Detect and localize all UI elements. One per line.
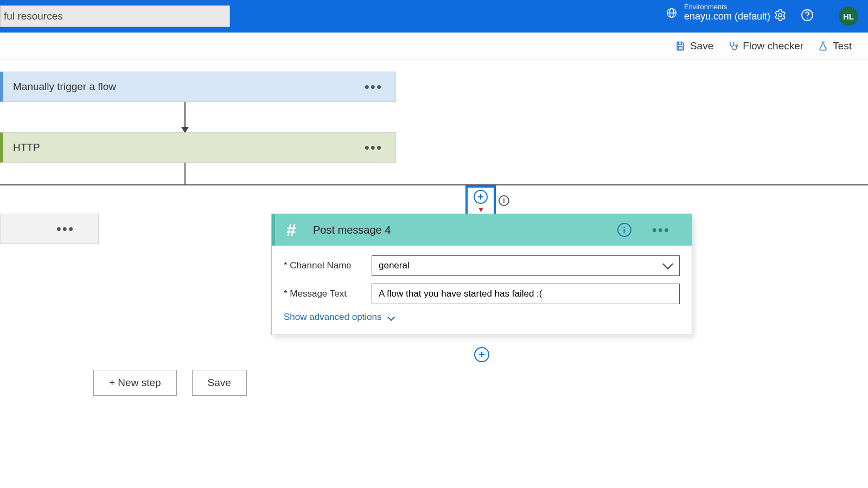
stethoscope-icon (727, 41, 738, 52)
step-trigger-title: Manually trigger a flow (13, 81, 352, 93)
chevron-down-icon (387, 313, 394, 321)
svg-point-2 (778, 14, 782, 17)
command-bar: Save Flow checker Test (0, 33, 868, 60)
ellipsis-icon[interactable]: ••• (639, 222, 683, 239)
help-icon[interactable] (801, 9, 814, 22)
chevron-down-icon (662, 259, 673, 269)
top-bar: Environments enayu.com (default) HL (0, 0, 868, 33)
channel-name-value: general (379, 260, 410, 271)
connector-line (0, 184, 868, 185)
step-collapsed[interactable]: ••• (0, 214, 99, 244)
gear-icon[interactable] (774, 9, 787, 22)
search-input[interactable] (0, 5, 230, 27)
flow-checker-label: Flow checker (743, 40, 803, 52)
environment-picker[interactable]: Environments enayu.com (default) (666, 3, 770, 22)
info-icon[interactable]: i (617, 223, 631, 237)
test-button[interactable]: Test (818, 40, 852, 52)
step-http-title: HTTP (13, 142, 352, 153)
flask-icon (818, 41, 828, 52)
svg-point-4 (807, 18, 808, 19)
svg-point-6 (736, 44, 737, 46)
step-header[interactable]: # Post message 4 i ••• (272, 214, 692, 246)
channel-name-label: Channel Name (284, 260, 372, 271)
ellipsis-icon[interactable]: ••• (352, 79, 395, 95)
slack-icon: # (277, 216, 305, 244)
channel-name-select[interactable]: general (372, 255, 680, 276)
step-post-message: # Post message 4 i ••• Channel Name gene… (271, 214, 692, 335)
connector-line (184, 163, 186, 184)
arrow-icon (184, 102, 186, 132)
environment-name: enayu.com (default) (684, 11, 770, 22)
step-trigger[interactable]: Manually trigger a flow ••• (0, 72, 396, 102)
flow-checker-button[interactable]: Flow checker (727, 40, 803, 52)
add-step-button[interactable]: + (474, 347, 489, 362)
ellipsis-icon[interactable]: ••• (43, 221, 87, 237)
globe-icon (666, 7, 678, 19)
show-advanced-label: Show advanced options (284, 312, 382, 323)
step-title: Post message 4 (313, 224, 610, 236)
show-advanced-options[interactable]: Show advanced options (284, 312, 394, 323)
save-button[interactable]: Save (192, 370, 247, 396)
save-label: Save (690, 40, 713, 52)
svg-rect-5 (679, 46, 682, 49)
message-text-input[interactable]: A flow that you have started has failed … (372, 284, 680, 304)
flow-canvas: Manually trigger a flow ••• HTTP ••• •••… (0, 60, 868, 488)
new-step-button[interactable]: + New step (93, 370, 177, 396)
step-http[interactable]: HTTP ••• (0, 132, 396, 163)
avatar[interactable]: HL (839, 7, 858, 26)
test-label: Test (833, 40, 852, 52)
save-button[interactable]: Save (675, 40, 713, 52)
environment-label: Environments (684, 3, 770, 11)
plus-icon[interactable]: + (474, 190, 488, 204)
ellipsis-icon[interactable]: ••• (352, 139, 395, 156)
arrow-down-icon: ▾ (479, 205, 483, 214)
info-icon[interactable]: i (499, 195, 509, 206)
message-text-value: A flow that you have started has failed … (379, 288, 542, 299)
message-text-label: Message Text (284, 288, 372, 299)
save-icon (675, 41, 686, 52)
